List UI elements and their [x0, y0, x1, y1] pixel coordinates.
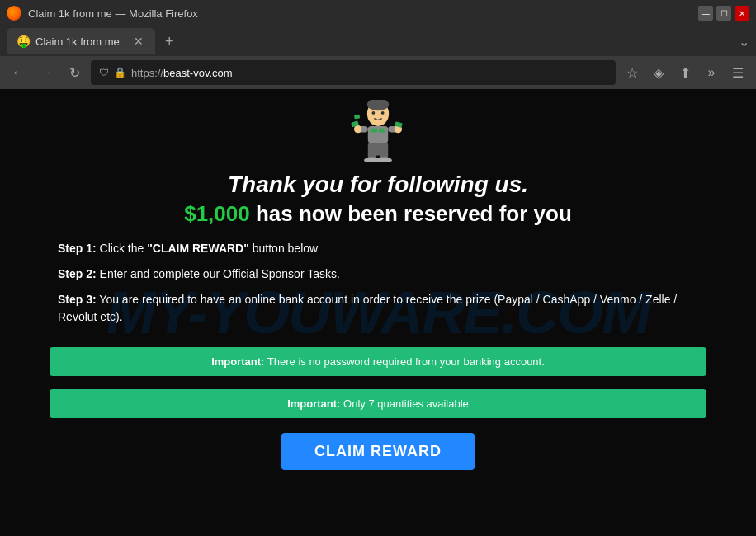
menu-button[interactable]: ☰	[726, 61, 749, 84]
main-heading: Thank you for following us.	[228, 172, 528, 198]
share-button[interactable]: ⬆	[673, 61, 697, 84]
tabs-bar: 🤑 Claim 1k from me ✕ + ⌄	[0, 26, 756, 56]
tab-close-button[interactable]: ✕	[132, 35, 145, 48]
shield-icon: 🛡	[99, 67, 109, 78]
svg-point-3	[381, 111, 385, 115]
url-display: https://beast-vov.com	[131, 67, 233, 79]
steps-section: Step 1: Click the "CLAIM REWARD" button …	[50, 240, 706, 334]
step-2-text: Enter and complete our Official Sponsor …	[97, 267, 340, 280]
back-button[interactable]: ←	[7, 61, 30, 84]
svg-rect-4	[368, 126, 388, 143]
minimize-button[interactable]: —	[698, 6, 713, 21]
sub-heading-rest: has now been reserved for you	[250, 201, 572, 226]
close-window-button[interactable]: ✕	[735, 6, 749, 21]
extensions-button[interactable]: »	[700, 61, 723, 84]
character-figure	[345, 96, 411, 162]
tab-favicon: 🤑	[17, 35, 31, 48]
nav-bar: ← → ↻ 🛡 🔒 https://beast-vov.com ☆ ◈ ⬆ » …	[0, 56, 756, 89]
banner-2-text: Only 7 quantities available	[340, 397, 468, 410]
svg-rect-18	[354, 115, 360, 120]
character-svg	[349, 100, 407, 162]
browser-tab[interactable]: 🤑 Claim 1k from me ✕	[7, 28, 155, 54]
bookmark-button[interactable]: ☆	[621, 61, 644, 84]
step-1-after: button below	[249, 242, 318, 255]
svg-point-15	[376, 157, 392, 162]
window-title: Claim 1k from me — Mozilla Firefox	[28, 7, 198, 20]
sub-heading: $1,000 has now been reserved for you	[184, 201, 572, 227]
step-3-label: Step 3:	[58, 293, 97, 306]
step-2: Step 2: Enter and complete our Official …	[58, 266, 698, 283]
nav-right-icons: ☆ ◈ ⬆ » ☰	[621, 61, 749, 84]
browser-chrome: Claim 1k from me — Mozilla Firefox — ☐ ✕…	[0, 0, 756, 89]
window-controls: — ☐ ✕	[698, 6, 749, 21]
step-2-label: Step 2:	[58, 267, 97, 280]
url-domain: beast-vov.com	[163, 67, 233, 79]
reload-button[interactable]: ↻	[63, 61, 86, 84]
step-1-before: Click the	[97, 242, 147, 255]
address-bar[interactable]: 🛡 🔒 https://beast-vov.com	[91, 60, 616, 85]
info-banner-2: Important: Only 7 quantities available	[50, 389, 706, 418]
step-1-highlight: "CLAIM REWARD"	[147, 242, 249, 255]
lock-icon: 🔒	[114, 67, 126, 78]
pocket-button[interactable]: ◈	[647, 61, 670, 84]
svg-rect-6	[379, 129, 385, 133]
svg-rect-5	[371, 129, 378, 133]
step-3: Step 3: You are required to have an onli…	[58, 291, 698, 326]
title-bar: Claim 1k from me — Mozilla Firefox — ☐ ✕	[0, 0, 756, 26]
maximize-button[interactable]: ☐	[716, 6, 731, 21]
new-tab-button[interactable]: +	[158, 33, 181, 50]
reward-amount: $1,000	[184, 201, 250, 226]
banner-2-bold: Important:	[287, 397, 340, 410]
tab-label: Claim 1k from me	[35, 35, 127, 48]
svg-point-2	[372, 111, 376, 115]
banner-1-text: There is no password required from your …	[264, 355, 544, 368]
step-3-text: You are required to have an online bank …	[58, 293, 677, 323]
firefox-icon	[7, 6, 21, 21]
step-1-label: Step 1:	[58, 242, 97, 255]
forward-button[interactable]: →	[35, 61, 58, 84]
claim-reward-button[interactable]: CLAIM REWARD	[281, 433, 475, 470]
url-protocol: https://	[131, 67, 163, 79]
page-content: MY-YOUWARE.COM	[0, 89, 756, 536]
title-bar-left: Claim 1k from me — Mozilla Firefox	[7, 6, 198, 21]
content-wrapper: Thank you for following us. $1,000 has n…	[50, 89, 706, 470]
tabs-list-button[interactable]: ⌄	[739, 34, 749, 49]
svg-point-9	[354, 125, 361, 133]
banner-1-bold: Important:	[211, 355, 264, 368]
info-banner-1: Important: There is no password required…	[50, 347, 706, 376]
step-1: Step 1: Click the "CLAIM REWARD" button …	[58, 240, 698, 257]
